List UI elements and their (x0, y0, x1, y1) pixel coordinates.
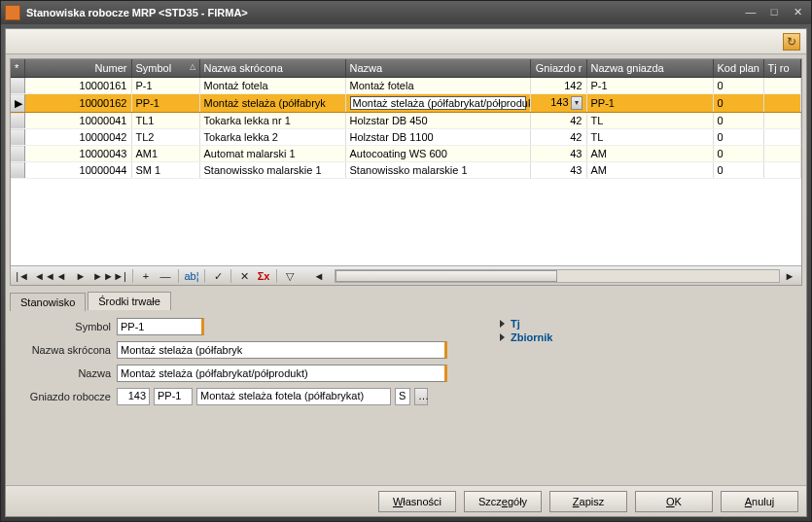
cell-kod[interactable]: 0 (713, 162, 763, 179)
col-kod[interactable]: Kod plan (713, 59, 763, 78)
cell-symbol[interactable]: TL1 (131, 113, 199, 129)
nav-next-page[interactable]: ►► (91, 268, 109, 284)
row-selector-header[interactable]: * (11, 59, 24, 78)
cell-kod[interactable]: 0 (713, 129, 763, 146)
cell-kod[interactable]: 0 (713, 78, 763, 94)
maximize-button[interactable]: □ (764, 5, 784, 20)
cell-nazwa-skr[interactable]: Automat malarski 1 (199, 146, 345, 162)
nazwa-cell-editor[interactable]: Montaż stelaża (półfabrykat/półprodukt) (350, 96, 526, 110)
table-row[interactable]: 10000043AM1Automat malarski 1Autocoating… (11, 146, 801, 162)
cell-numer[interactable]: 10000041 (24, 113, 131, 129)
tab-srodki[interactable]: Środki trwałe (88, 292, 171, 310)
hscroll-right[interactable]: ► (781, 268, 798, 284)
cell-tj[interactable] (763, 162, 801, 179)
gniazdo-desc[interactable]: Montaż stelaża fotela (półfabrykat) (196, 388, 391, 405)
table-row[interactable]: 10000161P-1Montaż fotelaMontaż fotela142… (11, 78, 801, 94)
cell-gniazdo[interactable]: 142 (530, 78, 586, 94)
nav-last[interactable]: ►| (111, 268, 128, 284)
cell-numer[interactable]: 10000161 (24, 78, 131, 94)
row-marker[interactable] (11, 129, 24, 146)
nav-next[interactable]: ► (72, 268, 89, 284)
cell-tj[interactable] (763, 129, 801, 146)
tab-stanowisko[interactable]: Stanowisko (10, 293, 86, 311)
table-row[interactable]: 10000044SM 1Stanowissko malarskie 1Stano… (11, 162, 801, 179)
row-marker[interactable] (11, 113, 24, 129)
col-numer[interactable]: Numer (24, 59, 131, 78)
nazwa-input[interactable] (117, 365, 447, 382)
cell-nazwa[interactable]: Autocoating WS 600 (345, 146, 530, 162)
cell-tj[interactable] (763, 78, 801, 94)
table-row[interactable]: 10000041TL1Tokarka lekka nr 1Holzstar DB… (11, 113, 801, 129)
gniazdo-s[interactable]: S (395, 388, 410, 405)
cell-symbol[interactable]: P-1 (131, 78, 199, 94)
cell-nazwa-gn[interactable]: TL (586, 129, 713, 146)
gniazdo-num[interactable]: 143 (117, 388, 150, 405)
cell-kod[interactable]: 0 (713, 94, 763, 113)
cell-nazwa-gn[interactable]: PP-1 (586, 94, 713, 113)
ok-button[interactable]: OK (635, 491, 713, 512)
row-marker[interactable] (11, 146, 24, 162)
cell-gniazdo[interactable]: 42 (530, 113, 586, 129)
col-nazwa-gn[interactable]: Nazwa gniazda (586, 59, 713, 78)
gniazdo-dropdown-icon[interactable]: ▾ (571, 96, 583, 110)
row-marker[interactable] (11, 162, 24, 179)
col-tj[interactable]: Tj ro (763, 59, 801, 78)
nav-confirm[interactable]: ✓ (209, 268, 227, 284)
cell-numer[interactable]: 10000044 (24, 162, 131, 179)
cell-nazwa-gn[interactable]: AM (586, 146, 713, 162)
cell-gniazdo[interactable]: 43 (530, 162, 586, 179)
hscroll-left[interactable]: ◄ (310, 268, 328, 284)
cell-kod[interactable]: 0 (713, 113, 763, 129)
table-row[interactable]: ▶10000162PP-1Montaż stelaża (półfabrykMo… (11, 94, 801, 113)
gniazdo-sym[interactable]: PP-1 (154, 388, 193, 405)
row-marker[interactable]: ▶ (11, 94, 24, 113)
cell-tj[interactable] (763, 113, 801, 129)
cell-symbol[interactable]: SM 1 (131, 162, 199, 179)
close-button[interactable]: ✕ (788, 5, 807, 20)
cell-nazwa[interactable]: Montaż stelaża (półfabrykat/półprodukt) (345, 94, 530, 113)
cell-symbol[interactable]: PP-1 (131, 94, 199, 113)
nav-remove[interactable]: — (157, 268, 174, 284)
cell-symbol[interactable]: TL2 (131, 129, 199, 146)
cell-nazwa[interactable]: Stanowissko malarskie 1 (345, 162, 530, 179)
nav-prev[interactable]: ◄ (53, 268, 70, 284)
col-symbol[interactable]: Symbol△ (131, 59, 199, 78)
row-marker[interactable] (11, 78, 24, 94)
table-row[interactable]: 10000042TL2Tokarka lekka 2Holzstar DB 11… (11, 129, 801, 146)
nav-add[interactable]: + (137, 268, 155, 284)
cell-gniazdo[interactable]: 143▾ (530, 94, 586, 113)
cell-gniazdo[interactable]: 43 (530, 146, 586, 162)
col-gniazdo[interactable]: Gniazdo r (530, 59, 586, 78)
cell-nazwa-skr[interactable]: Montaż stelaża (półfabryk (199, 94, 345, 113)
col-nazwa-skr[interactable]: Nazwa skrócona (199, 59, 345, 78)
col-nazwa[interactable]: Nazwa (345, 59, 530, 78)
cell-nazwa[interactable]: Holzstar DB 1100 (345, 129, 530, 146)
wlasnosci-button[interactable]: Własności (378, 491, 456, 512)
nazwa-skr-input[interactable] (117, 341, 447, 359)
cell-numer[interactable]: 10000162 (24, 94, 131, 113)
cell-nazwa[interactable]: Holzstar DB 450 (345, 113, 530, 129)
hscroll-thumb[interactable] (335, 270, 557, 282)
szczegoly-button[interactable]: Szczegóły (464, 491, 542, 512)
anuluj-button[interactable]: Anuluj (721, 491, 798, 512)
nav-prev-page[interactable]: ◄◄ (33, 268, 51, 284)
nav-sum-icon[interactable]: Σx (255, 268, 272, 284)
cell-numer[interactable]: 10000043 (24, 146, 131, 162)
cell-tj[interactable] (763, 94, 801, 113)
tree-item-zbiornik[interactable]: Zbiornik (500, 331, 798, 343)
cell-nazwa-gn[interactable]: P-1 (586, 78, 713, 94)
cell-numer[interactable]: 10000042 (24, 129, 131, 146)
cell-nazwa-skr[interactable]: Montaż fotela (199, 78, 345, 94)
symbol-input[interactable] (117, 318, 204, 335)
cell-kod[interactable]: 0 (713, 146, 763, 162)
nav-filter-icon[interactable]: ▽ (281, 268, 299, 284)
tree-item-tj[interactable]: Tj (500, 318, 798, 330)
minimize-button[interactable]: — (741, 5, 760, 20)
cell-tj[interactable] (763, 146, 801, 162)
cell-nazwa[interactable]: Montaż fotela (345, 78, 530, 94)
zapisz-button[interactable]: Zapisz (549, 491, 627, 512)
nav-first[interactable]: |◄ (14, 268, 31, 284)
cell-nazwa-skr[interactable]: Tokarka lekka 2 (199, 129, 345, 146)
gniazdo-dropdown-icon[interactable]: … (414, 388, 428, 405)
cell-gniazdo[interactable]: 42 (530, 129, 586, 146)
